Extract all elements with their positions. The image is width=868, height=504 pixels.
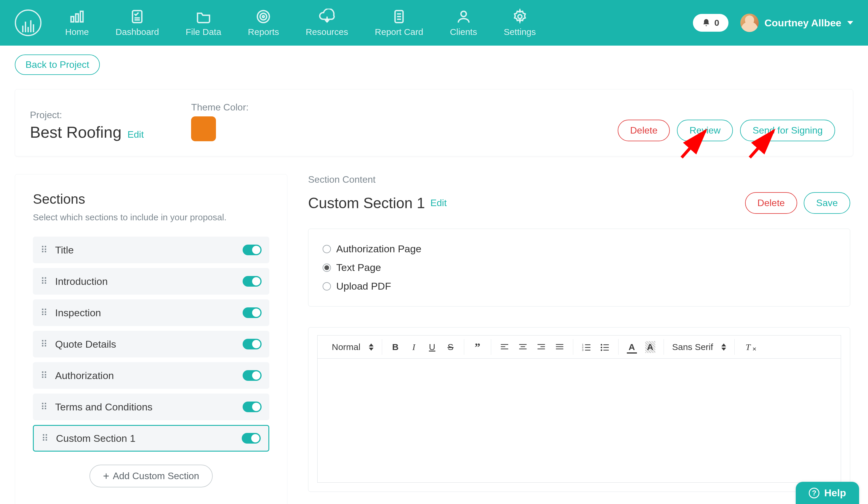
section-row[interactable]: ⠿Terms and Conditions (33, 393, 269, 420)
page-type-label: Authorization Page (336, 243, 421, 255)
toolbar-align-left-button[interactable] (499, 341, 509, 353)
toolbar-quote-button[interactable]: ” (473, 341, 483, 353)
project-edit-link[interactable]: Edit (127, 129, 144, 140)
nav-label: Dashboard (115, 27, 159, 37)
toolbar-ordered-list-button[interactable]: 123 (581, 341, 592, 353)
project-review-button[interactable]: Review (677, 120, 733, 141)
section-row[interactable]: ⠿Quote Details (33, 331, 269, 357)
section-toggle[interactable] (242, 370, 261, 381)
user-name: Courtney Allbee (765, 17, 841, 29)
app-logo-icon[interactable] (15, 10, 41, 36)
notifications-pill[interactable]: 0 (693, 14, 728, 32)
section-row-label: Introduction (55, 276, 108, 287)
toolbar-clear-formatting-button[interactable]: T✕ (743, 341, 753, 353)
cloud-download-icon (319, 9, 335, 24)
theme-color-label: Theme Color: (191, 102, 249, 113)
section-row-label: Terms and Conditions (55, 401, 153, 413)
section-toggle[interactable] (242, 401, 261, 412)
toolbar-style-select[interactable]: Normal (332, 342, 374, 352)
project-delete-button[interactable]: Delete (618, 120, 670, 141)
nav-file-data[interactable]: File Data (186, 9, 221, 37)
drag-handle-icon[interactable]: ⠿ (41, 401, 48, 412)
section-title-edit-link[interactable]: Edit (431, 198, 447, 209)
page-type-label: Text Page (336, 262, 381, 273)
svg-point-12 (260, 13, 267, 20)
toolbar-font-select[interactable]: Sans Serif (672, 342, 726, 352)
toolbar-italic-button[interactable]: I (409, 341, 419, 353)
svg-text:3: 3 (582, 348, 583, 351)
project-label: Project: (30, 109, 144, 120)
drag-handle-icon[interactable]: ⠿ (41, 276, 48, 287)
section-row-label: Custom Section 1 (56, 433, 135, 444)
editor-textarea[interactable] (317, 358, 841, 483)
drag-handle-icon[interactable]: ⠿ (41, 433, 49, 444)
nav-resources[interactable]: Resources (306, 9, 348, 37)
section-delete-button[interactable]: Delete (745, 192, 797, 214)
help-icon: ? (809, 488, 819, 498)
toolbar-underline-button[interactable]: U (427, 341, 437, 353)
section-toggle[interactable] (242, 307, 261, 318)
drag-handle-icon[interactable]: ⠿ (41, 244, 48, 255)
section-title: Custom Section 1 (308, 195, 425, 212)
page-type-option[interactable]: Text Page (323, 258, 836, 277)
drag-handle-icon[interactable]: ⠿ (41, 307, 48, 318)
svg-rect-5 (71, 17, 74, 22)
editor-panel: Normal B I U S ” (308, 327, 850, 492)
section-save-button[interactable]: Save (804, 192, 850, 214)
add-custom-section-button[interactable]: + Add Custom Section (90, 465, 213, 487)
nav-dashboard[interactable]: Dashboard (115, 9, 159, 37)
section-row[interactable]: ⠿Title (33, 237, 269, 263)
page-type-label: Upload PDF (336, 281, 391, 292)
toolbar-bold-button[interactable]: B (391, 341, 401, 353)
nav-clients[interactable]: Clients (450, 9, 477, 37)
section-row-label: Quote Details (55, 338, 116, 350)
section-toggle[interactable] (242, 276, 261, 287)
nav-settings[interactable]: Settings (504, 9, 536, 37)
section-row[interactable]: ⠿Custom Section 1 (33, 425, 269, 452)
toolbar-align-justify-button[interactable] (555, 341, 565, 353)
section-row[interactable]: ⠿Inspection (33, 300, 269, 326)
drag-handle-icon[interactable]: ⠿ (41, 338, 48, 350)
page-type-option[interactable]: Authorization Page (323, 240, 836, 258)
add-custom-label: Add Custom Section (113, 471, 199, 482)
section-toggle[interactable] (242, 244, 261, 255)
toolbar-strikethrough-button[interactable]: S (446, 341, 456, 353)
section-toggle[interactable] (242, 339, 261, 349)
back-to-project-button[interactable]: Back to Project (15, 54, 100, 75)
svg-point-20 (518, 14, 522, 19)
toolbar-align-center-button[interactable] (518, 341, 528, 353)
svg-point-43 (600, 346, 602, 348)
theme-color-swatch[interactable] (191, 116, 216, 141)
editor-toolbar: Normal B I U S ” (317, 335, 841, 358)
nav-items: Home Dashboard File Data Reports Resourc… (65, 9, 536, 37)
nav-reports[interactable]: Reports (248, 9, 279, 37)
page-type-option[interactable]: Upload PDF (323, 277, 836, 295)
nav-label: Reports (248, 27, 279, 37)
project-name: Best Roofing (30, 123, 122, 141)
nav-label: Report Card (375, 27, 423, 37)
section-row[interactable]: ⠿Introduction (33, 268, 269, 295)
toolbar-align-right-button[interactable] (536, 341, 546, 353)
section-toggle[interactable] (242, 433, 261, 444)
svg-point-13 (262, 16, 265, 18)
toolbar-bullet-list-button[interactable] (600, 341, 610, 353)
drag-handle-icon[interactable]: ⠿ (41, 370, 48, 381)
nav-home[interactable]: Home (65, 9, 89, 37)
section-row[interactable]: ⠿Authorization (33, 362, 269, 389)
user-icon (456, 9, 472, 24)
bell-icon (702, 18, 711, 27)
nav-report-card[interactable]: Report Card (375, 9, 423, 37)
project-send-for-signing-button[interactable]: Send for Signing (740, 120, 835, 141)
help-button[interactable]: ? Help (796, 482, 859, 504)
clipboard-icon (129, 9, 145, 24)
toolbar-highlight-button[interactable]: A (645, 341, 655, 353)
nav-label: File Data (186, 27, 221, 37)
radio-icon (323, 264, 331, 272)
gear-icon (512, 9, 528, 24)
top-nav: Home Dashboard File Data Reports Resourc… (0, 0, 868, 45)
target-icon (255, 9, 271, 24)
user-menu[interactable]: Courtney Allbee (740, 14, 853, 32)
toolbar-text-color-button[interactable]: A (627, 341, 637, 353)
sections-title: Sections (33, 191, 269, 207)
project-header-bar: Project: Best Roofing Edit Theme Color: … (15, 89, 853, 156)
